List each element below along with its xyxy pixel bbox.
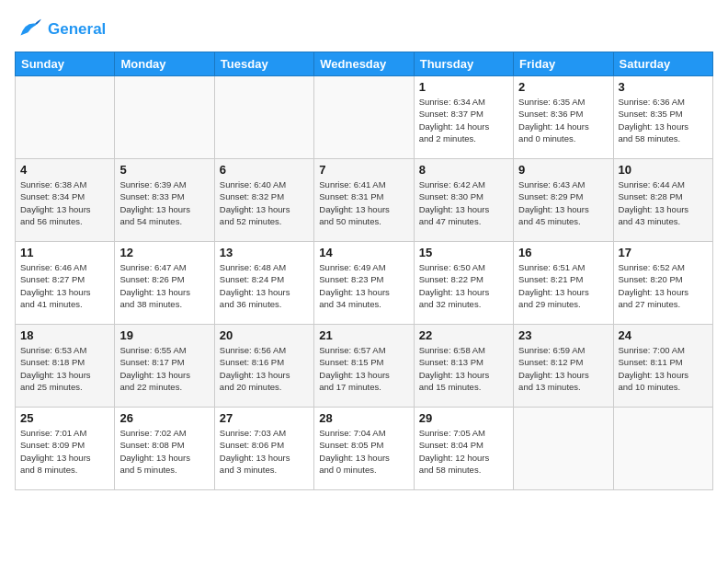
day-info: Sunrise: 7:01 AM Sunset: 8:09 PM Dayligh… [20,427,109,476]
weekday-header-wednesday: Wednesday [314,52,414,76]
day-number: 20 [220,328,309,342]
calendar-week-2: 4Sunrise: 6:38 AM Sunset: 8:34 PM Daylig… [16,159,713,242]
day-info: Sunrise: 7:05 AM Sunset: 8:04 PM Dayligh… [419,427,508,476]
calendar-cell: 14Sunrise: 6:49 AM Sunset: 8:23 PM Dayli… [314,242,414,325]
day-number: 28 [319,411,408,425]
day-info: Sunrise: 6:34 AM Sunset: 8:37 PM Dayligh… [419,96,508,144]
day-number: 10 [619,163,708,177]
weekday-header-tuesday: Tuesday [214,52,313,76]
day-number: 29 [419,411,508,425]
logo-text: General [48,20,106,39]
calendar-cell: 23Sunrise: 6:59 AM Sunset: 8:12 PM Dayli… [514,325,613,408]
calendar-cell [16,76,115,159]
calendar-cell: 2Sunrise: 6:35 AM Sunset: 8:36 PM Daylig… [514,76,613,159]
day-number: 8 [419,163,508,177]
calendar-cell: 1Sunrise: 6:34 AM Sunset: 8:37 PM Daylig… [414,76,513,159]
calendar-cell: 4Sunrise: 6:38 AM Sunset: 8:34 PM Daylig… [16,159,115,242]
day-info: Sunrise: 6:56 AM Sunset: 8:16 PM Dayligh… [220,344,309,393]
day-info: Sunrise: 6:58 AM Sunset: 8:13 PM Dayligh… [419,344,508,393]
day-number: 12 [119,246,209,259]
day-info: Sunrise: 6:57 AM Sunset: 8:15 PM Dayligh… [319,344,408,393]
day-info: Sunrise: 6:46 AM Sunset: 8:27 PM Dayligh… [20,261,109,310]
day-info: Sunrise: 6:48 AM Sunset: 8:24 PM Dayligh… [220,261,309,310]
calendar-week-1: 1Sunrise: 6:34 AM Sunset: 8:37 PM Daylig… [16,76,713,159]
weekday-header-row: SundayMondayTuesdayWednesdayThursdayFrid… [16,52,713,76]
day-number: 6 [220,163,309,177]
weekday-header-sunday: Sunday [16,52,115,76]
calendar-cell [613,408,712,490]
calendar-cell: 17Sunrise: 6:52 AM Sunset: 8:20 PM Dayli… [613,242,712,325]
day-number: 13 [220,246,309,259]
calendar-cell: 25Sunrise: 7:01 AM Sunset: 8:09 PM Dayli… [16,408,115,490]
calendar-cell: 6Sunrise: 6:40 AM Sunset: 8:32 PM Daylig… [214,159,313,242]
day-info: Sunrise: 6:50 AM Sunset: 8:22 PM Dayligh… [419,261,508,310]
calendar-cell: 26Sunrise: 7:02 AM Sunset: 8:08 PM Dayli… [115,408,214,490]
day-info: Sunrise: 7:03 AM Sunset: 8:06 PM Dayligh… [220,427,309,476]
day-number: 9 [518,163,608,177]
calendar-cell: 20Sunrise: 6:56 AM Sunset: 8:16 PM Dayli… [214,325,313,408]
calendar-cell: 22Sunrise: 6:58 AM Sunset: 8:13 PM Dayli… [414,325,513,408]
day-number: 15 [419,246,508,259]
logo-icon [15,15,44,44]
calendar-cell: 11Sunrise: 6:46 AM Sunset: 8:27 PM Dayli… [16,242,115,325]
day-info: Sunrise: 6:35 AM Sunset: 8:36 PM Dayligh… [518,96,608,144]
calendar-cell: 5Sunrise: 6:39 AM Sunset: 8:33 PM Daylig… [115,159,214,242]
day-info: Sunrise: 6:40 AM Sunset: 8:32 PM Dayligh… [220,178,309,227]
day-number: 7 [319,163,408,177]
day-info: Sunrise: 6:39 AM Sunset: 8:33 PM Dayligh… [119,178,209,227]
day-info: Sunrise: 6:43 AM Sunset: 8:29 PM Dayligh… [518,178,608,227]
calendar-cell: 19Sunrise: 6:55 AM Sunset: 8:17 PM Dayli… [115,325,214,408]
day-info: Sunrise: 6:52 AM Sunset: 8:20 PM Dayligh… [619,261,708,310]
calendar-cell: 28Sunrise: 7:04 AM Sunset: 8:05 PM Dayli… [314,408,414,490]
logo: General [15,15,106,44]
calendar-cell: 13Sunrise: 6:48 AM Sunset: 8:24 PM Dayli… [214,242,313,325]
calendar-cell [115,76,214,159]
day-number: 11 [20,246,109,259]
calendar-cell [214,76,313,159]
calendar-cell: 3Sunrise: 6:36 AM Sunset: 8:35 PM Daylig… [613,76,712,159]
day-info: Sunrise: 6:41 AM Sunset: 8:31 PM Dayligh… [319,178,408,227]
page-header: General [15,15,713,44]
day-info: Sunrise: 7:02 AM Sunset: 8:08 PM Dayligh… [119,427,209,476]
day-number: 26 [119,411,209,425]
day-number: 17 [619,246,708,259]
weekday-header-monday: Monday [115,52,214,76]
day-number: 2 [518,80,608,94]
day-number: 1 [419,80,508,94]
weekday-header-thursday: Thursday [414,52,513,76]
day-number: 22 [419,328,508,342]
calendar-cell [314,76,414,159]
weekday-header-saturday: Saturday [613,52,712,76]
calendar-cell: 15Sunrise: 6:50 AM Sunset: 8:22 PM Dayli… [414,242,513,325]
calendar-cell: 18Sunrise: 6:53 AM Sunset: 8:18 PM Dayli… [16,325,115,408]
calendar-cell: 16Sunrise: 6:51 AM Sunset: 8:21 PM Dayli… [514,242,613,325]
calendar-table: SundayMondayTuesdayWednesdayThursdayFrid… [15,52,713,490]
day-info: Sunrise: 6:55 AM Sunset: 8:17 PM Dayligh… [119,344,209,393]
day-info: Sunrise: 6:51 AM Sunset: 8:21 PM Dayligh… [518,261,608,310]
day-info: Sunrise: 6:38 AM Sunset: 8:34 PM Dayligh… [20,178,109,227]
day-number: 18 [20,328,109,342]
day-number: 27 [220,411,309,425]
calendar-cell: 27Sunrise: 7:03 AM Sunset: 8:06 PM Dayli… [214,408,313,490]
day-info: Sunrise: 6:59 AM Sunset: 8:12 PM Dayligh… [518,344,608,393]
calendar-cell: 21Sunrise: 6:57 AM Sunset: 8:15 PM Dayli… [314,325,414,408]
day-number: 24 [619,328,708,342]
day-info: Sunrise: 6:36 AM Sunset: 8:35 PM Dayligh… [619,96,708,144]
calendar-week-5: 25Sunrise: 7:01 AM Sunset: 8:09 PM Dayli… [16,408,713,490]
weekday-header-friday: Friday [514,52,613,76]
calendar-cell [514,408,613,490]
calendar-cell: 8Sunrise: 6:42 AM Sunset: 8:30 PM Daylig… [414,159,513,242]
calendar-week-4: 18Sunrise: 6:53 AM Sunset: 8:18 PM Dayli… [16,325,713,408]
day-info: Sunrise: 6:53 AM Sunset: 8:18 PM Dayligh… [20,344,109,393]
calendar-cell: 9Sunrise: 6:43 AM Sunset: 8:29 PM Daylig… [514,159,613,242]
calendar-cell: 10Sunrise: 6:44 AM Sunset: 8:28 PM Dayli… [613,159,712,242]
day-info: Sunrise: 6:47 AM Sunset: 8:26 PM Dayligh… [119,261,209,310]
calendar-week-3: 11Sunrise: 6:46 AM Sunset: 8:27 PM Dayli… [16,242,713,325]
day-number: 4 [20,163,109,177]
day-info: Sunrise: 7:00 AM Sunset: 8:11 PM Dayligh… [619,344,708,393]
day-info: Sunrise: 6:49 AM Sunset: 8:23 PM Dayligh… [319,261,408,310]
day-number: 5 [119,163,209,177]
calendar-cell: 24Sunrise: 7:00 AM Sunset: 8:11 PM Dayli… [613,325,712,408]
calendar-cell: 7Sunrise: 6:41 AM Sunset: 8:31 PM Daylig… [314,159,414,242]
day-number: 3 [619,80,708,94]
